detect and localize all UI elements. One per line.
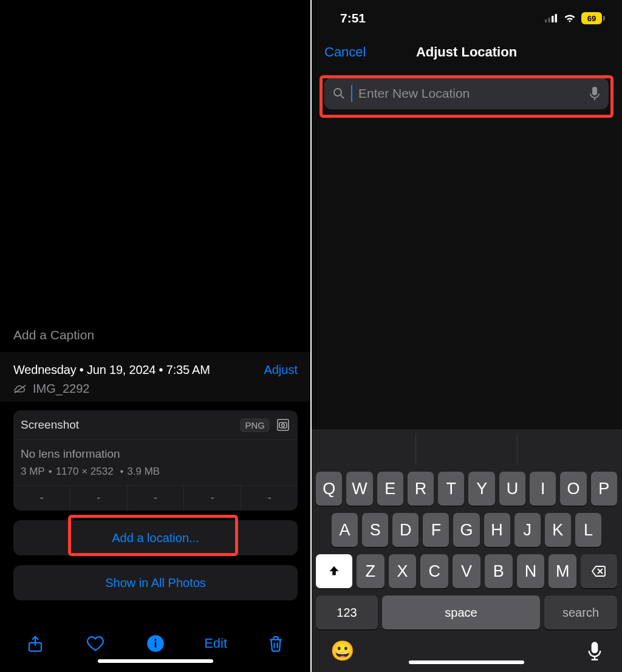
svg-rect-18 xyxy=(592,642,598,653)
sheet-header: Cancel Adjust Location xyxy=(311,34,622,70)
adjust-location-pane: 7:51 69 Cancel Adjust Location xyxy=(311,0,622,672)
svg-line-13 xyxy=(341,95,344,98)
location-search-input[interactable]: Enter New Location xyxy=(324,78,609,109)
dot-separator: • xyxy=(117,466,124,478)
svg-point-7 xyxy=(154,639,156,640)
key-j[interactable]: J xyxy=(514,513,541,547)
caption-placeholder: Add a Caption xyxy=(13,328,94,342)
dimensions: 1170 × 2532 xyxy=(56,466,114,478)
metadata-card: Screenshot PNG No lens information 3 MP … xyxy=(13,410,298,511)
search-key[interactable]: search xyxy=(544,596,617,630)
key-k[interactable]: K xyxy=(545,513,571,547)
show-in-all-photos-button[interactable]: Show in All Photos xyxy=(13,565,298,600)
suggestion-cell[interactable] xyxy=(315,434,416,466)
battery-level: 69 xyxy=(581,12,602,24)
svg-rect-6 xyxy=(155,642,157,648)
key-m[interactable]: M xyxy=(549,554,576,588)
key-row-4: 123 space search xyxy=(315,596,618,630)
dot-separator: • xyxy=(49,466,52,478)
camera-icon xyxy=(276,418,290,432)
caption-input[interactable]: Add a Caption xyxy=(0,318,311,352)
numbers-key[interactable]: 123 xyxy=(316,596,378,630)
key-row-2: A S D F G H J K L xyxy=(315,513,618,547)
key-n[interactable]: N xyxy=(517,554,545,588)
emoji-button[interactable]: 😀 xyxy=(330,639,355,662)
filetype-badge: PNG xyxy=(240,418,270,432)
key-row-3: Z X C V B N M xyxy=(315,554,618,588)
cloud-off-icon xyxy=(13,384,27,395)
dash-row: - - - - - xyxy=(13,485,298,511)
keyboard: Q W E R T Y U I O P A S D F G H J K L xyxy=(311,429,622,672)
status-bar: 7:51 69 xyxy=(311,0,622,34)
dash-cell: - xyxy=(13,486,70,511)
backspace-key[interactable] xyxy=(581,554,617,588)
add-location-button[interactable]: Add a location... xyxy=(13,520,298,555)
key-p[interactable]: P xyxy=(591,472,617,506)
svg-point-3 xyxy=(282,424,285,427)
dictation-icon[interactable] xyxy=(589,86,600,101)
svg-point-12 xyxy=(334,89,341,96)
space-key[interactable]: space xyxy=(382,596,540,630)
key-v[interactable]: V xyxy=(453,554,480,588)
dash-cell: - xyxy=(70,486,128,511)
key-z[interactable]: Z xyxy=(357,554,384,588)
image-stats: 3 MP • 1170 × 2532 • 3.9 MB xyxy=(13,463,298,485)
delete-button[interactable] xyxy=(258,625,294,662)
key-x[interactable]: X xyxy=(389,554,417,588)
mic-button[interactable] xyxy=(587,641,603,660)
search-icon xyxy=(333,87,345,100)
wifi-icon xyxy=(563,13,576,23)
vertical-divider xyxy=(310,0,312,672)
favorite-button[interactable] xyxy=(77,625,114,662)
show-all-label: Show in All Photos xyxy=(105,576,206,590)
adjust-button[interactable]: Adjust xyxy=(264,363,298,377)
photo-info-pane: Add a Caption Wednesday • Jun 19, 2024 •… xyxy=(0,0,311,672)
dash-cell: - xyxy=(128,486,185,511)
key-b[interactable]: B xyxy=(485,554,513,588)
key-e[interactable]: E xyxy=(377,472,403,506)
info-button[interactable] xyxy=(137,625,174,662)
key-d[interactable]: D xyxy=(392,513,419,547)
share-button[interactable] xyxy=(17,625,53,662)
svg-rect-14 xyxy=(592,87,597,95)
suggestion-cell[interactable] xyxy=(416,434,518,466)
edit-button[interactable]: Edit xyxy=(197,625,234,662)
cellular-icon xyxy=(545,13,558,23)
lens-info: No lens information xyxy=(13,440,298,463)
key-t[interactable]: T xyxy=(438,472,464,506)
key-o[interactable]: O xyxy=(560,472,586,506)
key-a[interactable]: A xyxy=(332,513,358,547)
filename-text: IMG_2292 xyxy=(33,382,89,396)
key-l[interactable]: L xyxy=(575,513,601,547)
meta-title: Screenshot xyxy=(21,418,79,432)
add-location-label: Add a location... xyxy=(112,531,199,545)
home-indicator xyxy=(98,659,213,663)
key-w[interactable]: W xyxy=(346,472,372,506)
key-f[interactable]: F xyxy=(423,513,449,547)
svg-rect-8 xyxy=(545,19,547,22)
sheet-title: Adjust Location xyxy=(416,44,517,60)
suggestion-cell[interactable] xyxy=(518,434,618,466)
key-r[interactable]: R xyxy=(408,472,434,506)
key-h[interactable]: H xyxy=(484,513,510,547)
shift-key[interactable] xyxy=(316,554,352,588)
key-c[interactable]: C xyxy=(420,554,448,588)
home-indicator xyxy=(409,660,524,664)
text-cursor xyxy=(351,85,352,102)
key-i[interactable]: I xyxy=(530,472,556,506)
filesize: 3.9 MB xyxy=(127,466,160,478)
megapixels: 3 MP xyxy=(21,466,45,478)
key-g[interactable]: G xyxy=(453,513,479,547)
key-s[interactable]: S xyxy=(362,513,388,547)
svg-rect-9 xyxy=(549,18,551,22)
key-y[interactable]: Y xyxy=(468,472,494,506)
key-u[interactable]: U xyxy=(499,472,525,506)
dash-cell: - xyxy=(184,486,241,511)
search-placeholder: Enter New Location xyxy=(358,86,583,101)
photo-preview[interactable] xyxy=(0,0,311,318)
battery-indicator: 69 xyxy=(581,12,605,24)
key-q[interactable]: Q xyxy=(316,472,342,506)
svg-rect-11 xyxy=(555,14,558,22)
svg-rect-10 xyxy=(552,16,554,22)
cancel-button[interactable]: Cancel xyxy=(324,44,366,60)
